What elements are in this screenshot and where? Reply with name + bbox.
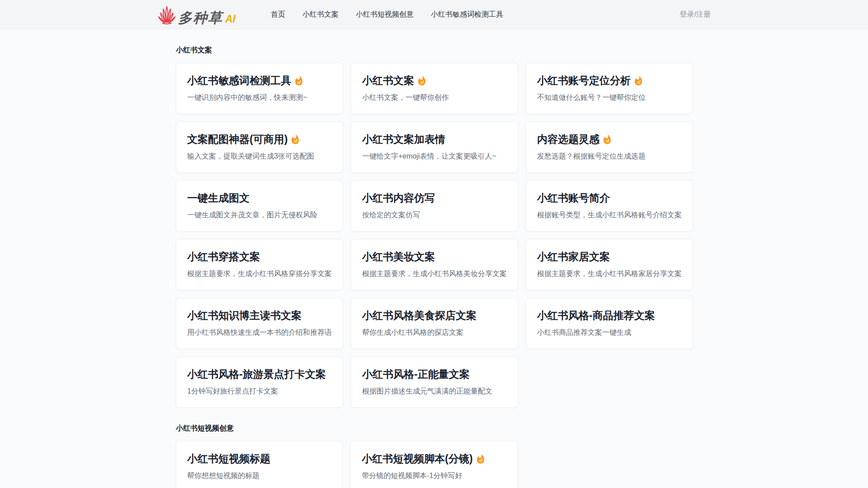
- tool-card[interactable]: 一键生成图文 一键生成图文并茂文章，图片无侵权风险: [176, 180, 343, 231]
- tool-card[interactable]: 小红书短视频标题 帮你想想短视频的标题: [176, 441, 343, 488]
- card-desc: 一键生成图文并茂文章，图片无侵权风险: [187, 211, 332, 220]
- card-title-text: 小红书账号定位分析: [537, 75, 631, 87]
- card-title: 小红书内容仿写: [362, 192, 507, 205]
- card-desc: 一键识别内容中的敏感词，快来测测~: [187, 93, 332, 103]
- card-desc: 根据账号类型，生成小红书风格账号介绍文案: [537, 211, 682, 220]
- nav-item: 小红书敏感词检测工具: [431, 10, 503, 19]
- card-desc: 带分镜的短视频脚本-1分钟写好: [362, 471, 506, 481]
- card-desc: 输入文案，提取关键词生成3张可选配图: [187, 152, 332, 161]
- nav-item: 小红书短视频创意: [356, 10, 414, 19]
- brand-suffix: AI: [225, 14, 236, 25]
- tool-section: 小红书短视频创意 小红书短视频标题 帮你想想短视频的标题 小红书短视频脚本(分镜…: [176, 424, 692, 488]
- card-title-text: 文案配图神器(可商用): [187, 133, 288, 146]
- card-title-text: 小红书美妆文案: [362, 251, 435, 263]
- tool-card[interactable]: 小红书文案 小红书文案，一键帮你创作: [351, 63, 518, 114]
- card-title-text: 小红书敏感词检测工具: [187, 75, 291, 87]
- card-title: 小红书美妆文案: [362, 251, 507, 263]
- tool-card[interactable]: 小红书美妆文案 根据主题要求，生成小红书风格美妆分享文案: [351, 239, 518, 290]
- tool-card[interactable]: 小红书文案加表情 一键给文字+emoji表情，让文案更吸引人~: [351, 122, 518, 173]
- nav-link[interactable]: 小红书敏感词检测工具: [431, 10, 503, 18]
- card-title: 小红书敏感词检测工具: [187, 75, 332, 87]
- card-desc: 不知道做什么账号？一键帮你定位: [537, 93, 682, 103]
- tool-card[interactable]: 文案配图神器(可商用) 输入文案，提取关键词生成3张可选配图: [176, 122, 343, 173]
- nav-link[interactable]: 小红书短视频创意: [356, 10, 414, 18]
- card-title-text: 一键生成图文: [187, 192, 250, 205]
- nav-link[interactable]: 小红书文案: [302, 10, 339, 18]
- card-title-text: 小红书穿搭文案: [187, 251, 260, 263]
- card-title: 小红书风格-正能量文案: [362, 368, 507, 381]
- card-title-text: 小红书账号简介: [537, 192, 610, 205]
- card-title: 小红书账号简介: [537, 192, 682, 205]
- card-title: 小红书家居文案: [537, 251, 682, 263]
- card-title: 小红书短视频标题: [187, 453, 331, 465]
- card-grid: 小红书短视频标题 帮你想想短视频的标题 小红书短视频脚本(分镜) 带分镜的短视频…: [176, 441, 692, 488]
- card-desc: 一键给文字+emoji表情，让文案更吸引人~: [362, 152, 507, 161]
- card-title: 一键生成图文: [187, 192, 332, 205]
- card-grid: 小红书敏感词检测工具 一键识别内容中的敏感词，快来测测~ 小红书文案 小红书文案…: [176, 63, 692, 408]
- tool-section: 小红书文案 小红书敏感词检测工具 一键识别内容中的敏感词，快来测测~ 小红书文案: [176, 46, 692, 408]
- card-title-text: 小红书风格-旅游景点打卡文案: [187, 368, 326, 381]
- tool-card[interactable]: 小红书账号定位分析 不知道做什么账号？一键帮你定位: [526, 63, 693, 114]
- card-title: 小红书穿搭文案: [187, 251, 332, 263]
- card-title: 小红书文案加表情: [362, 133, 507, 146]
- section-title: 小红书短视频创意: [176, 424, 692, 433]
- fire-icon: [475, 454, 486, 465]
- card-desc: 小红书商品推荐文案一键生成: [537, 328, 682, 338]
- card-desc: 按给定的文案仿写: [362, 211, 507, 220]
- section-title: 小红书文案: [176, 46, 692, 55]
- brand-logo[interactable]: 多种草 AI: [157, 4, 236, 25]
- tool-card[interactable]: 小红书风格-商品推荐文案 小红书商品推荐文案一键生成: [526, 298, 693, 349]
- card-title-text: 小红书内容仿写: [362, 192, 435, 205]
- nav-link[interactable]: 首页: [271, 10, 285, 18]
- card-desc: 根据图片描述生成元气满满的正能量配文: [362, 387, 507, 396]
- tool-card[interactable]: 小红书风格美食探店文案 帮你生成小红书风格的探店文案: [351, 298, 518, 349]
- card-desc: 发愁选题？根据账号定位生成选题: [537, 152, 682, 161]
- tool-card[interactable]: 小红书短视频脚本(分镜) 带分镜的短视频脚本-1分钟写好: [350, 441, 517, 488]
- fire-icon: [416, 75, 427, 86]
- card-title: 小红书账号定位分析: [537, 75, 682, 87]
- nav-item: 小红书文案: [302, 10, 339, 19]
- nav-item: 首页: [271, 10, 285, 19]
- fire-icon: [290, 134, 301, 145]
- tool-card[interactable]: 小红书穿搭文案 根据主题要求，生成小红书风格穿搭分享文案: [176, 239, 343, 290]
- card-title: 小红书知识博主读书文案: [187, 310, 332, 322]
- card-desc: 根据主题要求，生成小红书风格家居分享文案: [537, 269, 682, 279]
- card-title-text: 小红书风格-商品推荐文案: [537, 310, 655, 322]
- fire-icon: [293, 75, 304, 86]
- card-title-text: 小红书文案加表情: [362, 133, 445, 146]
- tool-card[interactable]: 小红书知识博主读书文案 用小红书风格快速生成一本书的介绍和推荐语: [176, 298, 343, 349]
- card-title-text: 小红书短视频标题: [187, 453, 270, 465]
- tool-card[interactable]: 小红书敏感词检测工具 一键识别内容中的敏感词，快来测测~: [176, 63, 343, 114]
- card-desc: 根据主题要求，生成小红书风格穿搭分享文案: [187, 269, 332, 279]
- card-title-text: 小红书家居文案: [537, 251, 610, 263]
- card-title-text: 小红书知识博主读书文案: [187, 310, 302, 322]
- tool-card[interactable]: 内容选题灵感 发愁选题？根据账号定位生成选题: [526, 122, 693, 173]
- card-desc: 用小红书风格快速生成一本书的介绍和推荐语: [187, 328, 332, 338]
- card-desc: 根据主题要求，生成小红书风格美妆分享文案: [362, 269, 507, 279]
- card-title: 内容选题灵感: [537, 133, 682, 146]
- card-desc: 1分钟写好旅行景点打卡文案: [187, 387, 332, 396]
- fire-icon: [602, 134, 613, 145]
- card-title: 小红书风格-商品推荐文案: [537, 310, 682, 322]
- tool-card[interactable]: 小红书账号简介 根据账号类型，生成小红书风格账号介绍文案: [526, 180, 693, 231]
- tool-card[interactable]: 小红书风格-正能量文案 根据图片描述生成元气满满的正能量配文: [351, 357, 518, 408]
- card-title-text: 小红书风格美食探店文案: [362, 310, 476, 322]
- brand-name: 多种草: [178, 11, 223, 25]
- card-title: 小红书短视频脚本(分镜): [362, 453, 506, 465]
- card-title-text: 小红书风格-正能量文案: [362, 368, 470, 381]
- tool-card[interactable]: 小红书风格-旅游景点打卡文案 1分钟写好旅行景点打卡文案: [176, 357, 343, 408]
- card-title-text: 小红书文案: [362, 75, 414, 87]
- card-desc: 小红书文案，一键帮你创作: [362, 93, 507, 103]
- card-title-text: 小红书短视频脚本(分镜): [362, 453, 472, 465]
- card-title-text: 内容选题灵感: [537, 133, 599, 146]
- card-title: 小红书文案: [362, 75, 507, 87]
- card-desc: 帮你想想短视频的标题: [187, 471, 331, 481]
- login-register-link[interactable]: 登录/注册: [680, 10, 711, 19]
- card-desc: 帮你生成小红书风格的探店文案: [362, 328, 507, 338]
- card-title: 文案配图神器(可商用): [187, 133, 332, 146]
- tool-card[interactable]: 小红书内容仿写 按给定的文案仿写: [351, 180, 518, 231]
- tool-card[interactable]: 小红书家居文案 根据主题要求，生成小红书风格家居分享文案: [526, 239, 693, 290]
- fire-icon: [633, 75, 644, 86]
- card-title: 小红书风格-旅游景点打卡文案: [187, 368, 332, 381]
- card-title: 小红书风格美食探店文案: [362, 310, 507, 322]
